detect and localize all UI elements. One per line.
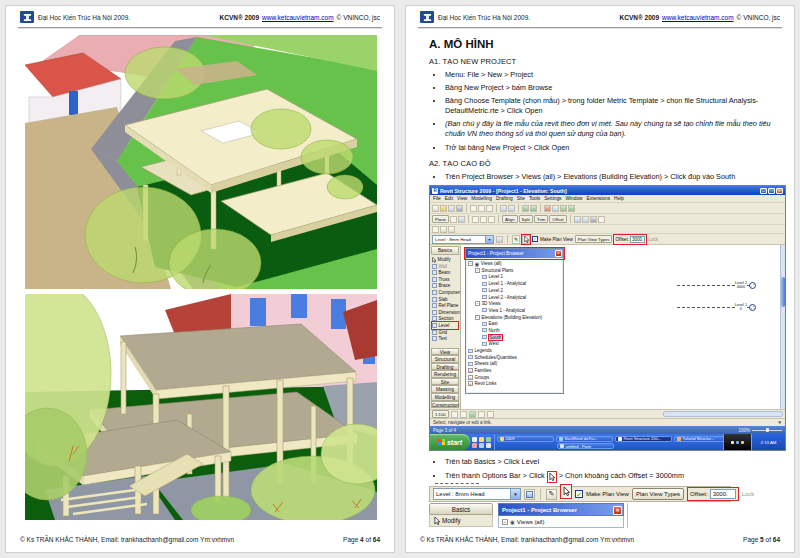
pan-icon[interactable]	[530, 205, 537, 212]
header-url-link[interactable]: www.ketcauvietnam.com	[662, 14, 734, 21]
tree-item[interactable]: East	[468, 320, 561, 327]
tree-item[interactable]: −3D Views	[468, 300, 561, 307]
menu-extensions[interactable]: Extensions	[587, 196, 610, 201]
modify-tool[interactable]: Modify	[429, 515, 493, 527]
menu-tools[interactable]: Tools	[529, 196, 540, 201]
project-browser-titlebar[interactable]: Project1 - Project Browser ✕	[498, 503, 624, 516]
editable-icon[interactable]	[448, 226, 455, 233]
offset-button[interactable]: Offset	[549, 215, 566, 223]
designbar-item-beam[interactable]: Beam	[432, 269, 460, 276]
designbar-item-dimension[interactable]: Dimension	[432, 309, 460, 316]
maximize-icon[interactable]: □	[768, 188, 775, 194]
3d-view-icon[interactable]	[552, 205, 559, 212]
detail-level-icon[interactable]	[451, 411, 458, 418]
design-options-icon[interactable]	[440, 226, 447, 233]
designbar-item-section[interactable]: Section	[432, 316, 460, 323]
designbar-item-level[interactable]: Level	[432, 322, 458, 329]
tree-item[interactable]: −Elevations (Building Elevation)	[468, 314, 561, 321]
taskbar-button-revit[interactable]: Revit Structure 200...	[615, 436, 672, 442]
tree-item[interactable]: North	[468, 327, 561, 334]
cut-icon[interactable]	[470, 205, 477, 212]
save-icon[interactable]	[448, 205, 455, 212]
vertical-scrollbar[interactable]	[780, 245, 785, 409]
tree-item[interactable]: +Revit Links	[468, 381, 561, 388]
tab-structural[interactable]: Structural	[431, 355, 459, 363]
tree-item-south[interactable]: South	[468, 334, 561, 341]
new-icon[interactable]	[432, 205, 439, 212]
match-icon[interactable]	[590, 216, 597, 223]
redo-icon[interactable]	[508, 205, 515, 212]
worksets-icon[interactable]	[432, 226, 439, 233]
tree-item[interactable]: Level 1 - Analytical	[468, 280, 561, 287]
menu-file[interactable]: File	[433, 196, 441, 201]
tree-item-views-all[interactable]: − ◉ Views (all)	[498, 516, 624, 528]
tab-site[interactable]: Site	[431, 378, 459, 386]
mirror-icon[interactable]	[480, 216, 487, 223]
horizontal-scrollbar[interactable]	[663, 411, 783, 417]
tab-basics[interactable]: Basics	[431, 246, 459, 255]
menu-edit[interactable]: Edit	[445, 196, 453, 201]
tree-item[interactable]: +Groups	[468, 374, 561, 381]
dropdown-arrow-icon[interactable]: ▼	[510, 489, 520, 499]
designbar-item-brace[interactable]: Brace	[432, 283, 460, 290]
tab-view[interactable]: View	[431, 348, 459, 356]
print-icon[interactable]	[456, 205, 463, 212]
tree-item[interactable]: West	[468, 341, 561, 348]
pick-lines-icon[interactable]	[560, 484, 572, 499]
designbar-item-refplane[interactable]: Ref Plane	[432, 302, 460, 309]
properties-icon[interactable]	[496, 236, 503, 243]
split-button[interactable]: Split	[519, 215, 533, 223]
tree-expander-icon[interactable]: −	[468, 261, 473, 266]
rotate-icon[interactable]	[472, 216, 479, 223]
sun-icon[interactable]	[560, 205, 567, 212]
paste-icon[interactable]	[486, 205, 493, 212]
undo-icon[interactable]	[500, 205, 507, 212]
offset-input[interactable]: 3000.	[630, 236, 646, 243]
sketch-icon[interactable]: ✎	[512, 235, 520, 244]
zoom-slider[interactable]	[766, 428, 769, 432]
tab-construction[interactable]: Construction	[431, 401, 459, 409]
tree-item[interactable]: Legends	[468, 347, 561, 354]
dropdown-arrow-icon[interactable]: ▼	[485, 236, 493, 243]
tree-item[interactable]: Schedules/Quantities	[468, 354, 561, 361]
tree-expander-icon[interactable]: −	[475, 315, 480, 320]
tab-modelling[interactable]: Modelling	[431, 393, 459, 401]
help-icon[interactable]	[544, 205, 551, 212]
offset-input[interactable]: 3000.	[710, 489, 736, 499]
close-icon[interactable]: ✕	[613, 506, 622, 515]
linework-icon[interactable]	[574, 216, 581, 223]
start-button[interactable]: start	[430, 434, 470, 450]
tab-rendering[interactable]: Rendering	[431, 370, 459, 378]
tree-expander-icon[interactable]: +	[468, 375, 473, 380]
tray-icons[interactable]	[723, 434, 751, 450]
tree-item[interactable]: −◉Views (all)	[468, 260, 561, 267]
taskbar-button-word[interactable]: SachRevit duTru...	[556, 436, 613, 442]
menu-modelling[interactable]: Modelling	[471, 196, 492, 201]
paint-icon[interactable]	[582, 216, 589, 223]
model-graphics-icon[interactable]	[460, 411, 467, 418]
tag-icon[interactable]	[598, 216, 605, 223]
menu-site[interactable]: Site	[517, 196, 525, 201]
open-icon[interactable]	[440, 205, 447, 212]
shadows-icon[interactable]	[568, 205, 575, 212]
group-icon[interactable]	[458, 216, 465, 223]
designbar-item-wall[interactable]: Wall	[432, 263, 460, 270]
zoom-icon[interactable]	[522, 205, 529, 212]
menu-help[interactable]: Help	[614, 196, 624, 201]
make-plan-view-checkbox[interactable]: ✓	[532, 236, 538, 242]
plane-button[interactable]: Plane	[432, 215, 449, 223]
scale-button[interactable]: 1:100	[432, 410, 449, 418]
designbar-item-truss[interactable]: Truss	[432, 276, 460, 283]
close-icon[interactable]: ✕	[776, 188, 783, 194]
tree-expander-icon[interactable]: −	[475, 268, 480, 273]
project-browser-titlebar[interactable]: Project1 - Project Browser ✕	[466, 249, 563, 258]
menu-settings[interactable]: Settings	[544, 196, 561, 201]
plan-view-types-button[interactable]: Plan View Types	[632, 488, 684, 500]
taskbar-button-paint[interactable]: untitled - Paint	[557, 443, 614, 449]
tree-item[interactable]: View 1 - Analytical	[468, 307, 561, 314]
tree-expander-icon[interactable]: +	[468, 368, 473, 373]
copy-icon[interactable]	[478, 205, 485, 212]
type-selector[interactable]: Level : 8mm Head ▼	[432, 235, 494, 244]
menu-view[interactable]: View	[457, 196, 467, 201]
minimize-icon[interactable]: —	[760, 188, 767, 194]
